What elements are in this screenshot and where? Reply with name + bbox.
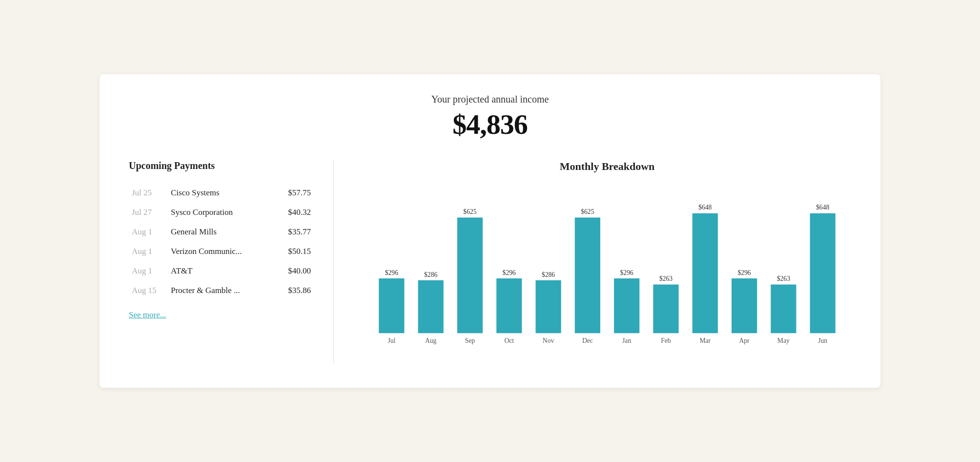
bar-month-label: Sep (465, 337, 475, 344)
payments-table: Jul 25 Cisco Systems $57.75 Jul 27 Sysco… (129, 183, 314, 300)
main-content: Upcoming Payments Jul 25 Cisco Systems $… (129, 160, 851, 363)
main-card: Your projected annual income $4,836 Upco… (100, 74, 880, 388)
monthly-breakdown-title: Monthly Breakdown (363, 160, 851, 173)
payment-amount: $57.75 (274, 183, 314, 203)
table-row: Aug 15 Procter & Gamble ... $35.86 (129, 281, 314, 300)
see-more-link[interactable]: See more... (129, 310, 166, 320)
bar-value-label: $625 (581, 208, 594, 215)
table-row: Jul 27 Sysco Corporation $40.32 (129, 203, 314, 222)
bar-month-label: Oct (504, 337, 514, 344)
bar-month-label: Jun (818, 337, 827, 344)
payment-company: AT&T (168, 261, 274, 281)
payment-date: Aug 1 (129, 222, 168, 242)
payment-date: Aug 15 (129, 281, 168, 300)
payment-date: Aug 1 (129, 261, 168, 281)
bar (810, 213, 836, 333)
bar-value-label: $263 (777, 275, 790, 282)
bar (771, 285, 796, 334)
bar (653, 285, 678, 334)
projected-income-label: Your projected annual income (129, 94, 851, 105)
payment-company: Procter & Gamble ... (168, 281, 274, 300)
bar-month-label: Mar (699, 337, 711, 344)
upcoming-payments-panel: Upcoming Payments Jul 25 Cisco Systems $… (129, 160, 334, 363)
table-row: Aug 1 Verizon Communic... $50.15 (129, 242, 314, 261)
bar-month-label: Feb (661, 337, 671, 344)
table-row: Aug 1 General Mills $35.77 (129, 222, 314, 242)
bar (457, 217, 483, 333)
bar-chart: $296Jul$286Aug$625Sep$296Oct$286Nov$625D… (363, 188, 851, 363)
payment-date: Jul 27 (129, 203, 168, 222)
bar-value-label: $296 (737, 269, 751, 276)
table-row: Jul 25 Cisco Systems $57.75 (129, 183, 314, 203)
payment-amount: $50.15 (274, 242, 314, 261)
chart-container: $296Jul$286Aug$625Sep$296Oct$286Nov$625D… (363, 188, 851, 363)
bar-month-label: Dec (582, 337, 593, 344)
table-row: Aug 1 AT&T $40.00 (129, 261, 314, 281)
header: Your projected annual income $4,836 (129, 94, 851, 141)
payment-amount: $35.86 (274, 281, 314, 300)
bar-value-label: $286 (424, 271, 437, 278)
bar-month-label: Jan (622, 337, 631, 344)
payment-amount: $35.77 (274, 222, 314, 242)
bar-value-label: $286 (542, 271, 555, 278)
bar (535, 280, 561, 333)
bar-value-label: $263 (659, 275, 673, 282)
bar-value-label: $625 (463, 208, 476, 215)
payment-company: General Mills (168, 222, 274, 242)
bar-month-label: Aug (425, 337, 437, 344)
upcoming-payments-title: Upcoming Payments (129, 160, 314, 171)
bar-value-label: $296 (503, 269, 516, 276)
bar-month-label: May (777, 337, 790, 344)
bar-value-label: $296 (620, 269, 633, 276)
payment-company: Verizon Communic... (168, 242, 274, 261)
payment-company: Cisco Systems (168, 183, 274, 203)
bar (614, 278, 639, 333)
bar-value-label: $648 (816, 204, 829, 211)
bar-month-label: Nov (543, 337, 554, 344)
projected-income-amount: $4,836 (129, 108, 851, 141)
bar (379, 278, 404, 333)
bar (732, 278, 757, 333)
payment-date: Aug 1 (129, 242, 168, 261)
bar-month-label: Apr (739, 337, 750, 344)
bar-value-label: $648 (698, 204, 712, 211)
payment-date: Jul 25 (129, 183, 168, 203)
monthly-breakdown-panel: Monthly Breakdown $296Jul$286Aug$625Sep$… (334, 160, 851, 363)
bar (575, 217, 600, 333)
payment-amount: $40.00 (274, 261, 314, 281)
bar (496, 278, 522, 333)
bar-month-label: Jul (388, 337, 395, 344)
bar-value-label: $296 (385, 269, 398, 276)
payment-amount: $40.32 (274, 203, 314, 222)
payment-company: Sysco Corporation (168, 203, 274, 222)
bar (693, 213, 718, 333)
bar (418, 280, 444, 333)
